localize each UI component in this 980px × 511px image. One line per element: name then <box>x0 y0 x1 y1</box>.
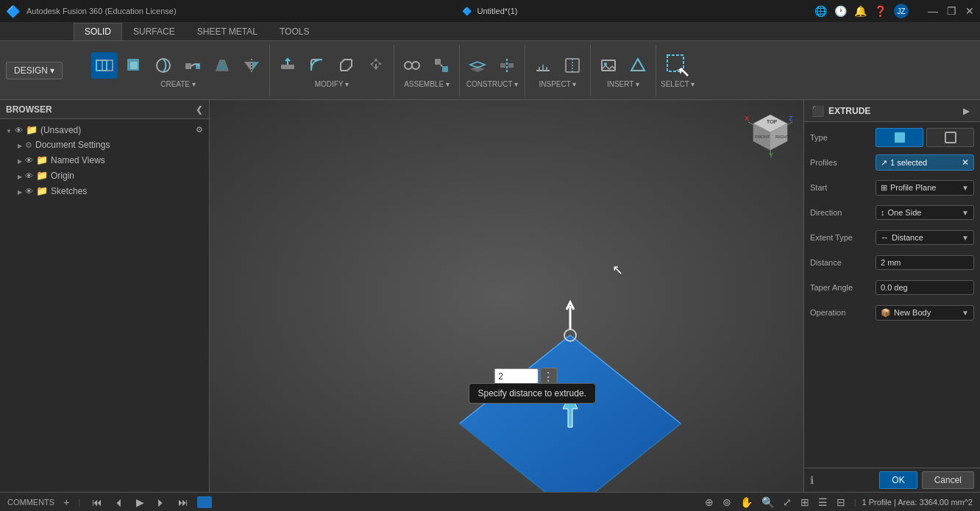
profiles-clear-btn[interactable]: ✕ <box>962 157 969 168</box>
eye-icon-named[interactable]: 👁 <box>25 156 33 165</box>
move-btn[interactable] <box>363 52 389 79</box>
chamfer-btn[interactable] <box>333 52 360 79</box>
type-surface-btn[interactable] <box>926 128 974 147</box>
select-label[interactable]: SELECT ▾ <box>661 80 695 88</box>
pan-btn[interactable]: ✋ <box>737 495 756 510</box>
expand-named-views-icon[interactable] <box>18 155 22 165</box>
browser-collapse-icon[interactable]: ❮ <box>196 104 203 115</box>
cancel-button[interactable]: Cancel <box>922 471 974 489</box>
minimize-btn[interactable]: — <box>928 5 938 17</box>
clock-icon[interactable]: 🕐 <box>834 5 847 17</box>
expand-doc-icon[interactable] <box>18 140 22 150</box>
modify-label[interactable]: MODIFY ▾ <box>315 80 349 88</box>
press-pull-btn[interactable] <box>274 52 301 79</box>
operation-row: Operation 📦 New Body ▼ <box>810 303 974 322</box>
assemble-label[interactable]: ASSEMBLE ▾ <box>404 80 450 88</box>
extent-type-dropdown-btn[interactable]: ▼ <box>962 234 969 242</box>
grid-btn[interactable]: ⊞ <box>798 495 812 510</box>
add-comment-btn[interactable]: + <box>63 496 69 508</box>
extent-type-row: Extent Type ↔ Distance ▼ <box>810 228 974 247</box>
fillet-btn[interactable] <box>304 52 330 79</box>
timeline-start-btn[interactable]: ⏮ <box>89 495 105 510</box>
extrude-btn[interactable] <box>121 52 147 79</box>
timeline-play-btn[interactable]: ▶ <box>133 495 147 510</box>
insert-label[interactable]: INSERT ▾ <box>607 80 639 88</box>
user-avatar[interactable]: JZ <box>894 4 909 18</box>
environment-btn[interactable]: ⊟ <box>834 495 848 510</box>
help-icon[interactable]: ❓ <box>874 5 887 17</box>
direction-icon: ↕ <box>881 208 885 217</box>
loft-btn[interactable] <box>209 52 235 79</box>
settings-icon-root[interactable]: ⚙ <box>196 125 203 135</box>
svg-point-15 <box>412 62 419 69</box>
globe-icon[interactable]: 🌐 <box>814 5 827 17</box>
section-analysis-btn[interactable] <box>559 52 586 79</box>
restore-btn[interactable]: ❐ <box>947 5 956 17</box>
eye-icon-origin[interactable]: 👁 <box>25 171 33 180</box>
direction-value[interactable]: ↕ One Side ▼ <box>876 205 974 220</box>
revolve-btn[interactable] <box>150 52 177 79</box>
eye-icon-sketches[interactable]: 👁 <box>25 187 33 196</box>
distance-value-input[interactable]: 2 <box>494 368 538 385</box>
distance-field[interactable]: 2 mm <box>876 255 974 270</box>
view-cube[interactable]: TOP RIGHT FRONT Z X Y <box>745 107 796 159</box>
tab-solid[interactable]: SOLID <box>74 23 122 40</box>
start-dropdown-btn[interactable]: ▼ <box>962 184 969 192</box>
expand-sketches-icon[interactable] <box>18 186 22 196</box>
viewport[interactable]: 2 ⋮ Specify distance to extrude. TOP <box>210 100 803 492</box>
look-at-btn[interactable]: ⊚ <box>720 495 734 510</box>
orbit-btn[interactable]: ⊕ <box>702 495 717 510</box>
rigid-group-btn[interactable] <box>428 52 455 79</box>
browser-doc-settings[interactable]: ⚙ Document Settings <box>0 137 209 152</box>
tab-surface[interactable]: SURFACE <box>122 23 186 40</box>
select-group: SELECT ▾ <box>656 45 700 96</box>
folder-origin: 📁 <box>36 170 48 181</box>
browser-root-item[interactable]: 👁 📁 (Unsaved) ⚙ <box>0 122 209 137</box>
insert-mesh-btn[interactable] <box>625 52 651 79</box>
operation-dropdown-btn[interactable]: ▼ <box>962 309 969 317</box>
fit-btn[interactable]: ⤢ <box>780 495 795 510</box>
expand-root-icon[interactable] <box>6 125 12 135</box>
direction-dropdown-btn[interactable]: ▼ <box>962 209 969 217</box>
design-dropdown[interactable]: DESIGN ▾ <box>6 62 63 79</box>
tab-sheet-metal[interactable]: SHEET METAL <box>186 23 269 40</box>
panel-expand-btn[interactable]: ▶ <box>960 106 973 116</box>
operation-text: New Body <box>894 308 931 317</box>
new-component-btn[interactable] <box>91 52 118 79</box>
joint-btn[interactable] <box>399 52 425 79</box>
svg-rect-4 <box>130 62 138 69</box>
browser-named-views[interactable]: 👁 📁 Named Views <box>0 152 209 168</box>
construct-label[interactable]: CONSTRUCT ▾ <box>466 80 518 88</box>
sweep-btn[interactable] <box>180 52 206 79</box>
panel-info-icon[interactable]: ℹ <box>810 474 814 486</box>
extent-type-value[interactable]: ↔ Distance ▼ <box>876 230 974 245</box>
offset-plane-btn[interactable] <box>464 52 491 79</box>
insert-image-btn[interactable] <box>595 52 622 79</box>
display-settings-btn[interactable]: ☰ <box>815 495 831 510</box>
modify-group: MODIFY ▾ <box>270 45 394 96</box>
tab-tools[interactable]: TOOLS <box>269 23 320 40</box>
eye-icon-root[interactable]: 👁 <box>15 126 23 135</box>
bell-icon[interactable]: 🔔 <box>854 5 867 17</box>
operation-value[interactable]: 📦 New Body ▼ <box>876 305 974 321</box>
zoom-btn[interactable]: 🔍 <box>759 495 777 510</box>
start-value[interactable]: ⊞ Profile Plane ▼ <box>876 180 974 196</box>
profiles-value[interactable]: ↗ 1 selected ✕ <box>876 154 974 171</box>
measure-btn[interactable] <box>530 52 556 79</box>
timeline-prev-btn[interactable]: ⏴ <box>111 495 127 510</box>
taper-angle-field[interactable]: 0.0 deg <box>876 280 974 295</box>
browser-origin[interactable]: 👁 📁 Origin <box>0 168 209 183</box>
mirror-btn[interactable] <box>238 52 265 79</box>
browser-sketches[interactable]: 👁 📁 Sketches <box>0 183 209 199</box>
ok-button[interactable]: OK <box>879 471 917 489</box>
timeline-next-btn[interactable]: ⏵ <box>153 495 169 510</box>
close-btn[interactable]: ✕ <box>965 5 974 17</box>
type-solid-btn[interactable] <box>876 128 923 147</box>
create-label[interactable]: CREATE ▾ <box>160 80 196 88</box>
midplane-btn[interactable] <box>494 52 520 79</box>
settings-icon[interactable]: ⚙ <box>25 140 32 150</box>
inspect-label[interactable]: INSPECT ▾ <box>539 80 577 88</box>
select-box-btn[interactable] <box>664 52 691 79</box>
expand-origin-icon[interactable] <box>18 171 22 181</box>
timeline-end-btn[interactable]: ⏭ <box>175 495 191 510</box>
